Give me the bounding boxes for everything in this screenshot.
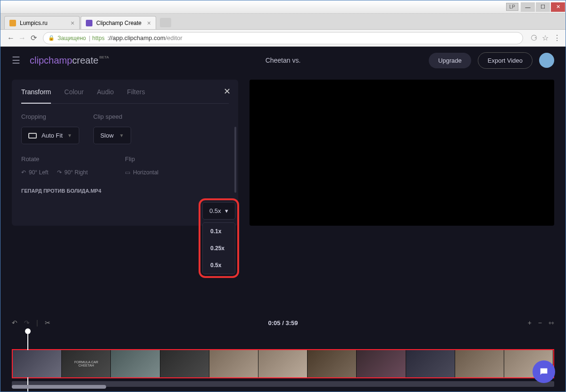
flip-label: Flip (125, 155, 158, 163)
rotate-right-button[interactable]: ↷ 90° Right (57, 169, 88, 176)
address-bar: ← → ⟳ 🔒 Защищено | https ://app.clipcham… (0, 30, 566, 47)
annotation-highlight: 0.5x ▾ 0.1x 0.25x 0.5x (199, 198, 239, 278)
window-titlebar: LP — ☐ ✕ (0, 0, 566, 14)
clip-thumbnail[interactable] (357, 350, 406, 377)
chevron-down-icon: ▼ (119, 133, 124, 138)
url-host: ://app.clipchamp.com (108, 34, 166, 41)
url-separator: | (89, 34, 90, 41)
clip-thumbnail[interactable] (209, 350, 258, 377)
split-button[interactable]: ✂ (45, 319, 50, 327)
track-area: FORMULA CARCHEETAH (12, 349, 554, 387)
tab-colour[interactable]: Colour (64, 88, 83, 98)
flip-horizontal-button[interactable]: ▭ Horizontal (125, 169, 158, 176)
speed-mode-select[interactable]: Slow ▼ (93, 127, 131, 144)
translate-icon[interactable]: ⚆ (531, 33, 537, 42)
panel-tabs: Transform Colour Audio Filters (21, 88, 229, 104)
secure-label: Защищено (58, 35, 86, 41)
speed-option[interactable]: 0.5x (203, 257, 235, 274)
clip-thumbnail[interactable] (258, 350, 308, 377)
clip-thumbnail[interactable]: FORMULA CARCHEETAH (62, 350, 111, 377)
clip-thumbnail[interactable] (160, 350, 209, 377)
browser-window: LP — ☐ ✕ Lumpics.ru × Clipchamp Create ×… (0, 0, 566, 392)
clipspeed-label: Clip speed (93, 113, 131, 120)
timeline-time: 0:05 / 3:59 (268, 319, 298, 327)
workspace: ✕ Transform Colour Audio Filters Croppin… (0, 74, 566, 312)
video-preview[interactable] (250, 80, 554, 226)
hamburger-icon[interactable]: ☰ (12, 55, 20, 66)
video-track[interactable]: FORMULA CARCHEETAH (12, 349, 554, 378)
playhead-handle-icon[interactable] (25, 328, 31, 334)
zoom-in-button[interactable]: + (528, 319, 532, 327)
tab-filters[interactable]: Filters (127, 88, 145, 98)
zoom-out-button[interactable]: − (538, 319, 542, 327)
app-logo: clipchampcreateBETA (30, 55, 109, 66)
tab-audio[interactable]: Audio (97, 88, 114, 98)
cropping-group: Cropping Auto Fit ▼ (21, 113, 79, 144)
chevron-down-icon: ▾ (225, 207, 228, 214)
rotate-group: Rotate ↶ 90° Left ↷ 90° Right (21, 155, 111, 176)
window-minimize-button[interactable]: — (521, 2, 535, 12)
tab-title: Lumpics.ru (20, 20, 48, 26)
browser-tab-lumpics[interactable]: Lumpics.ru × (4, 16, 80, 29)
bookmark-icon[interactable]: ☆ (542, 33, 549, 42)
clip-thumbnail[interactable] (111, 350, 160, 377)
panel-scrollbar[interactable] (234, 127, 236, 193)
speed-factor-select[interactable]: 0.5x ▾ (202, 202, 235, 220)
speed-option[interactable]: 0.25x (203, 240, 235, 257)
autofit-icon (28, 133, 37, 139)
app-root: ☰ clipchampcreateBETA Cheetan vs. Upgrad… (0, 47, 566, 392)
browser-tab-clipchamp[interactable]: Clipchamp Create × (81, 16, 156, 29)
rotate-left-button[interactable]: ↶ 90° Left (21, 169, 49, 176)
new-tab-button[interactable] (160, 18, 171, 27)
clip-thumbnail[interactable] (308, 350, 357, 377)
flip-group: Flip ▭ Horizontal (125, 155, 158, 176)
undo-button[interactable]: ↶ (12, 319, 17, 327)
window-maximize-button[interactable]: ☐ (536, 2, 550, 12)
favicon-icon (86, 20, 92, 26)
app-header: ☰ clipchampcreateBETA Cheetan vs. Upgrad… (0, 47, 566, 74)
tab-close-icon[interactable]: × (71, 19, 75, 27)
chat-button[interactable] (533, 360, 555, 383)
menu-icon[interactable]: ⋮ (553, 33, 561, 42)
horizontal-scrollbar[interactable] (12, 385, 106, 389)
clip-thumbnail[interactable] (13, 350, 62, 377)
reload-button[interactable]: ⟳ (28, 33, 39, 44)
tab-title: Clipchamp Create (96, 20, 142, 26)
cropping-select[interactable]: Auto Fit ▼ (21, 127, 79, 144)
clip-filename: ГЕПАРД ПРОТИВ БОЛИДА.MP4 (21, 188, 229, 194)
redo-button[interactable]: ↷ (24, 319, 30, 327)
timeline-ruler[interactable] (12, 331, 554, 340)
browser-tabstrip: Lumpics.ru × Clipchamp Create × (0, 14, 566, 30)
timeline-section: ↶ ↷ | ✂ 0:05 / 3:59 + − ⇿ (0, 312, 566, 392)
clipspeed-group: Clip speed Slow ▼ (93, 113, 131, 144)
url-protocol: https (92, 35, 105, 41)
tab-transform[interactable]: Transform (21, 88, 51, 104)
speed-option[interactable]: 0.1x (203, 223, 235, 240)
speed-options-list: 0.1x 0.25x 0.5x (202, 222, 235, 274)
export-video-button[interactable]: Export Video (478, 52, 533, 69)
zoom-fit-button[interactable]: ⇿ (549, 319, 554, 327)
user-badge: LP (506, 3, 518, 11)
chat-icon (539, 367, 549, 377)
close-icon[interactable]: ✕ (224, 86, 231, 97)
rotate-label: Rotate (21, 155, 111, 163)
favicon-icon (9, 20, 16, 26)
window-close-button[interactable]: ✕ (551, 2, 565, 12)
speed-factor-dropdown: 0.5x ▾ 0.1x 0.25x 0.5x (199, 198, 239, 278)
back-button[interactable]: ← (5, 33, 17, 44)
url-path: /editor (165, 34, 182, 41)
chevron-down-icon: ▼ (67, 133, 72, 138)
cropping-label: Cropping (21, 113, 79, 120)
clip-thumbnail[interactable] (455, 350, 504, 377)
lock-icon: 🔒 (48, 35, 55, 41)
tab-close-icon[interactable]: × (147, 19, 151, 27)
avatar[interactable] (539, 53, 554, 68)
upgrade-button[interactable]: Upgrade (429, 53, 471, 68)
project-title[interactable]: Cheetan vs. (266, 57, 301, 64)
forward-button[interactable]: → (17, 33, 28, 44)
timeline-toolbar: ↶ ↷ | ✂ 0:05 / 3:59 + − ⇿ (12, 317, 554, 331)
clip-thumbnail[interactable] (406, 350, 455, 377)
url-input[interactable]: 🔒 Защищено | https ://app.clipchamp.com … (43, 32, 523, 44)
